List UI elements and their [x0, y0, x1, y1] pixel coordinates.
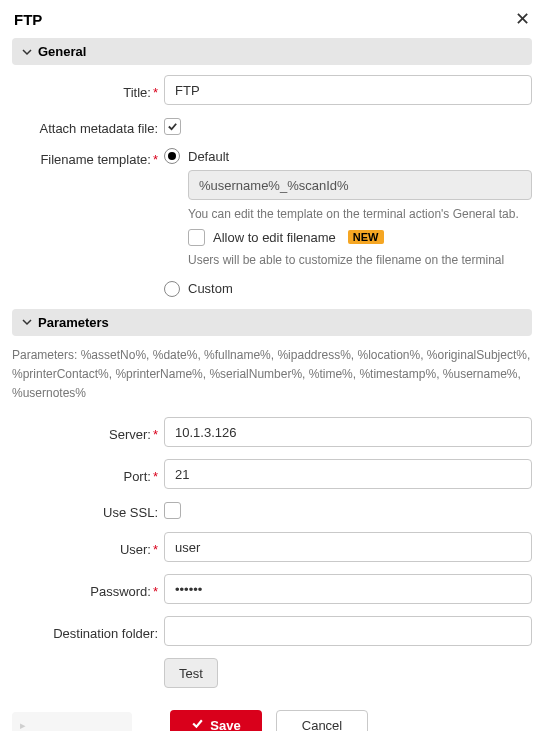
user-input[interactable] — [164, 532, 532, 562]
required-mark: * — [153, 427, 158, 442]
required-mark: * — [153, 542, 158, 557]
required-mark: * — [153, 85, 158, 100]
radio-default-label: Default — [188, 149, 229, 164]
title-bar: FTP ✕ — [0, 0, 544, 38]
label-server: Server: — [109, 427, 151, 442]
server-input[interactable] — [164, 417, 532, 447]
dialog-title: FTP — [14, 11, 42, 28]
title-input[interactable] — [164, 75, 532, 105]
collapsed-section: ▸ — [12, 712, 132, 731]
required-mark: * — [153, 584, 158, 599]
label-destination-folder: Destination folder: — [53, 626, 158, 641]
close-icon[interactable]: ✕ — [515, 10, 530, 28]
label-attach-metadata: Attach metadata file: — [39, 121, 158, 136]
check-icon — [191, 717, 204, 731]
template-pattern-input — [188, 170, 532, 200]
section-parameters-label: Parameters — [38, 315, 109, 330]
chevron-down-icon — [22, 317, 32, 327]
required-mark: * — [153, 152, 158, 167]
test-button-label: Test — [179, 666, 203, 681]
test-button[interactable]: Test — [164, 658, 218, 688]
parameters-help: Parameters: %assetNo%, %date%, %fullname… — [0, 346, 544, 418]
password-input[interactable] — [164, 574, 532, 604]
radio-custom-label: Custom — [188, 281, 233, 296]
chevron-down-icon — [22, 47, 32, 57]
attach-metadata-checkbox[interactable] — [164, 118, 181, 135]
save-button-label: Save — [210, 718, 240, 731]
general-form: Title:* Attach metadata file: Filename t… — [0, 75, 544, 297]
allow-edit-filename-label: Allow to edit filename — [213, 230, 336, 245]
chevron-right-icon: ▸ — [20, 719, 26, 731]
save-button[interactable]: Save — [170, 710, 262, 731]
dialog-footer: ▸ Save Cancel — [0, 700, 544, 731]
radio-custom[interactable] — [164, 281, 180, 297]
label-use-ssl: Use SSL: — [103, 505, 158, 520]
label-user: User: — [120, 542, 151, 557]
allow-edit-filename-checkbox[interactable] — [188, 229, 205, 246]
label-filename-template: Filename template: — [40, 152, 151, 167]
label-port: Port: — [123, 469, 150, 484]
cancel-button[interactable]: Cancel — [276, 710, 368, 731]
help-allow-edit: Users will be able to customize the file… — [188, 252, 532, 269]
destination-folder-input[interactable] — [164, 616, 532, 646]
radio-default[interactable] — [164, 148, 180, 164]
cancel-button-label: Cancel — [302, 718, 342, 731]
port-input[interactable] — [164, 459, 532, 489]
section-parameters-header[interactable]: Parameters — [12, 309, 532, 336]
new-badge: NEW — [348, 230, 384, 244]
section-general-label: General — [38, 44, 86, 59]
parameters-form: Server:* Port:* Use SSL: User:* Password… — [0, 417, 544, 688]
use-ssl-checkbox[interactable] — [164, 502, 181, 519]
section-general-header[interactable]: General — [12, 38, 532, 65]
ftp-dialog: FTP ✕ General Title:* Attach metadata fi… — [0, 0, 544, 731]
required-mark: * — [153, 469, 158, 484]
label-password: Password: — [90, 584, 151, 599]
label-title: Title: — [123, 85, 151, 100]
help-template-edit: You can edit the template on the termina… — [188, 206, 532, 223]
